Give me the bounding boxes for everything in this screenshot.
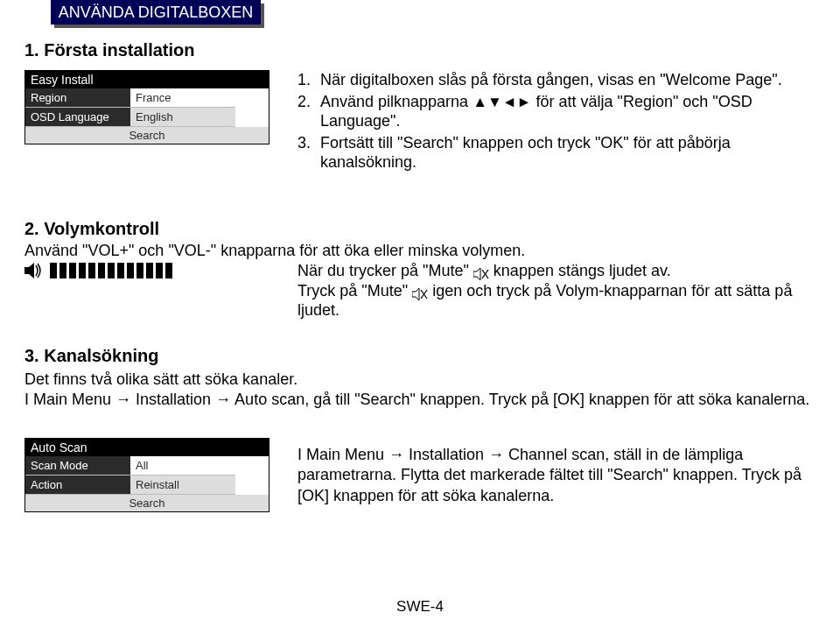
list-item: 3. Fortsätt till "Search" knappen och tr… [298,133,805,173]
mute-text-b-pre: Tryck på "Mute" [298,282,412,299]
volume-bar [24,263,172,278]
volume-segment [98,263,105,278]
volume-segment [127,263,134,278]
mute-text-a-pre: När du trycker på "Mute" [298,262,473,279]
channel-scan-text: I Main Menu → Installation → Channel sca… [298,445,814,506]
mute-text-a-post: knappen stängs ljudet av. [489,262,671,279]
chan-para1: Det finns två olika sätt att söka kanale… [24,370,298,388]
mute-instructions: När du trycker på "Mute" knappen stängs … [298,261,814,321]
table-row: Scan Mode All [25,456,269,476]
mute-icon [473,265,489,278]
cell-label: Scan Mode [25,456,130,476]
tab-label: ANVÄNDA DIGITALBOXEN [51,0,261,25]
volume-segments [50,263,172,278]
chan-para2: I Main Menu → Installation → Auto scan, … [24,391,809,408]
heading-channel-search: 3. Kanalsökning [24,346,158,366]
cell-value: All [130,456,235,476]
cell-label: Region [25,88,130,108]
channel-search-text: Det finns två olika sätt att söka kanale… [24,370,812,409]
speaker-icon [24,263,44,278]
section-tab: ANVÄNDA DIGITALBOXEN [51,0,261,25]
svg-marker-0 [24,263,34,278]
cell-value: English [130,108,235,127]
volume-segment [50,263,57,278]
item-text: När digitalboxen slås på första gången, … [320,70,805,90]
volume-instruction: Använd "VOL+" och "VOL-" knapparna för a… [24,242,525,260]
item-number: 2. [298,92,320,131]
cell-value: France [130,88,235,108]
volume-segment [165,263,172,278]
list-item: 2. Använd pilknapparna ▲▼◄► för att välj… [298,92,805,131]
volume-segment [108,263,115,278]
heading-volume: 2. Volymkontroll [24,219,159,239]
table-row: Action Reinstall [25,476,269,495]
item-text: Använd pilknapparna ▲▼◄► för att välja "… [320,92,805,131]
volume-segment [79,263,86,278]
easy-install-search: Search [25,127,269,144]
volume-segment [88,263,95,278]
text-pre: Använd pilknapparna [320,93,472,110]
auto-scan-search: Search [25,495,269,511]
auto-scan-title: Auto Scan [25,439,269,456]
item-number: 1. [298,70,320,90]
svg-marker-1 [473,268,480,280]
table-row: OSD Language English [25,108,269,127]
table-row: Region France [25,88,269,108]
heading-installation: 1. Första installation [24,40,194,60]
volume-segment [60,263,66,278]
easy-install-body: Region France OSD Language English [25,88,269,127]
volume-segment [136,263,144,278]
cell-label: Action [25,476,130,495]
volume-segment [117,263,124,278]
volume-segment [69,263,76,278]
easy-install-title: Easy Install [25,71,269,88]
item-text: Fortsätt till "Search" knappen och tryck… [320,133,805,173]
svg-marker-4 [412,288,419,300]
cell-label: OSD Language [25,108,130,127]
page-number: SWE-4 [0,598,840,616]
easy-install-panel: Easy Install Region France OSD Language … [24,70,270,144]
auto-scan-body: Scan Mode All Action Reinstall [25,456,269,495]
list-item: 1. När digitalboxen slås på första gånge… [298,70,805,90]
item-number: 3. [298,133,320,173]
mute-icon [412,285,428,298]
arrow-icons: ▲▼◄► [472,94,531,110]
volume-segment [156,263,163,278]
install-steps: 1. När digitalboxen slås på första gånge… [298,70,805,174]
cell-value: Reinstall [130,476,235,495]
volume-segment [146,263,153,278]
auto-scan-panel: Auto Scan Scan Mode All Action Reinstall… [24,438,270,512]
